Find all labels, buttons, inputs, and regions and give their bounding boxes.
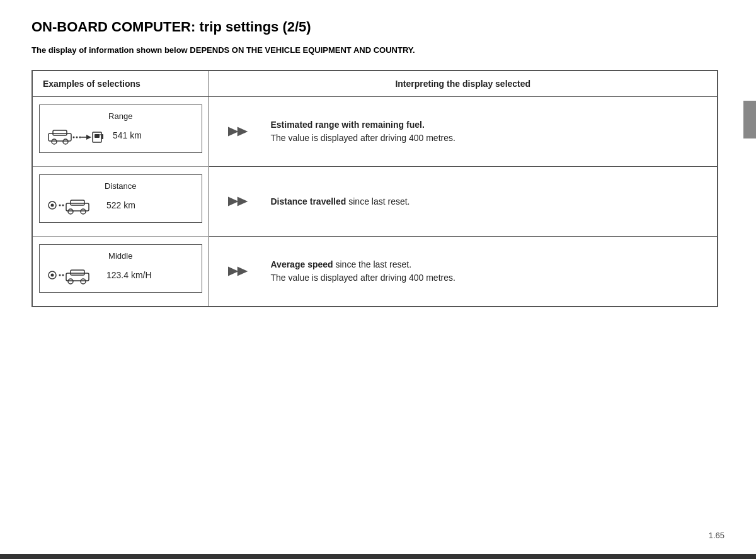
svg-point-18 [62,205,64,206]
svg-point-6 [79,137,81,138]
page-title: ON-BOARD COMPUTER: trip settings (2/5) [32,19,724,35]
svg-marker-13 [228,127,239,137]
range-description-cell: Estimated range with remaining fuel. The… [209,97,718,167]
svg-point-4 [73,137,75,138]
distance-description-cell: Distance travelled since last reset. [209,167,718,237]
svg-point-2 [52,139,57,144]
svg-point-22 [81,209,86,214]
range-car-icon [47,126,104,145]
subtitle: The display of information shown below D… [32,45,724,55]
table-row: Distance [32,167,718,237]
range-description: Estimated range with remaining fuel. The… [271,118,455,145]
svg-point-31 [68,279,73,284]
header-left: Examples of selections [32,71,209,97]
right-tab [743,101,756,138]
svg-rect-30 [71,270,84,275]
distance-display-box: Distance [39,174,202,223]
page-number: 1.65 [709,531,724,540]
svg-point-5 [76,137,78,138]
middle-display-box: Middle [39,244,202,293]
svg-point-32 [81,279,86,284]
range-label: Range [47,111,194,121]
range-value: 541 km [113,130,142,140]
double-arrow-icon-2 [228,191,258,212]
main-table: Examples of selections Interpreting the … [32,70,718,307]
svg-point-16 [51,204,54,207]
range-display-box: Range [39,104,202,153]
svg-marker-24 [237,197,248,206]
bottom-bar [0,554,756,559]
svg-marker-8 [86,135,91,140]
svg-point-21 [68,209,73,214]
double-arrow-icon-1 [228,121,258,142]
double-arrow-icon-3 [228,261,258,281]
middle-description-cell: Average speed since the last reset. The … [209,237,718,307]
svg-rect-1 [53,130,67,135]
header-right: Interpreting the display selected [209,71,718,97]
svg-rect-20 [71,200,84,205]
distance-label: Distance [47,181,194,191]
svg-marker-34 [237,267,248,276]
middle-label: Middle [47,251,194,261]
table-row: Range [32,97,718,167]
distance-description: Distance travelled since last reset. [271,195,410,208]
svg-rect-10 [94,134,100,138]
svg-point-28 [62,274,64,276]
middle-description: Average speed since the last reset. The … [271,258,455,285]
svg-marker-23 [228,197,239,206]
table-row: Middle [32,237,718,307]
svg-point-3 [63,139,68,144]
distance-car-icon [47,196,98,215]
svg-point-26 [51,274,54,277]
svg-rect-11 [101,134,103,139]
svg-marker-33 [228,267,239,276]
svg-point-27 [59,274,61,276]
svg-marker-14 [237,127,248,137]
svg-point-17 [59,205,61,206]
middle-car-icon [47,266,98,285]
middle-value: 123.4 km/H [106,270,152,280]
distance-value: 522 km [106,200,135,210]
